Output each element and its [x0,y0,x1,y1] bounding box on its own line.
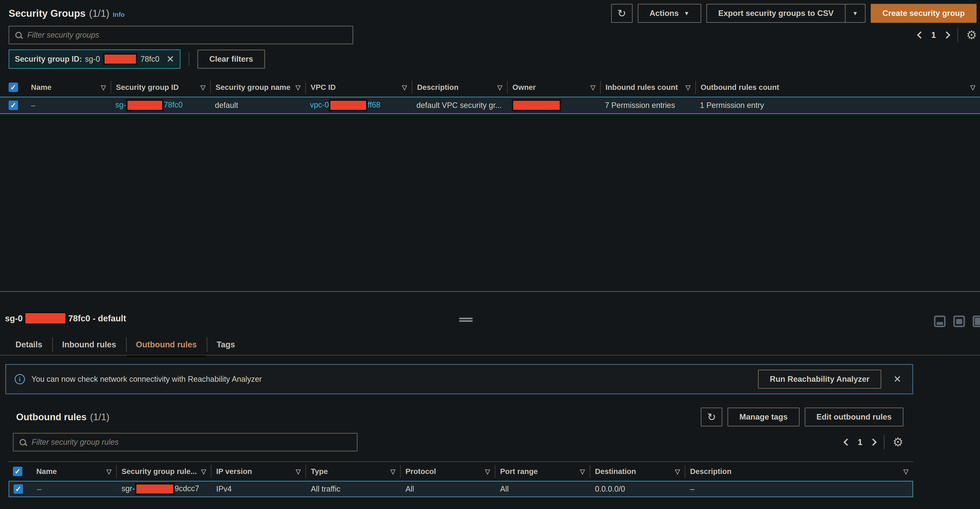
outbound-rules-title: Outbound rules (1/1) [16,412,110,422]
column-filter-icon[interactable]: ▽ [201,468,206,475]
column-filter-icon[interactable]: ▽ [390,468,395,475]
clear-filters-button[interactable]: Clear filters [197,50,265,68]
table-row[interactable]: ✓ – sgr-9cdcc7 IPv4 All traffic All All … [9,481,913,497]
export-csv-dropdown-button[interactable]: ▼ [845,4,865,23]
rules-filter-box [13,433,358,451]
row-select-cell: ✓ [0,101,26,110]
cell-owner [507,99,600,111]
column-header-name[interactable]: Name ▽ [32,465,116,478]
column-filter-icon[interactable]: ▽ [296,468,301,475]
edit-outbound-rules-button[interactable]: Edit outbound rules [805,408,904,427]
column-label: Description [417,83,458,92]
table-row[interactable]: ✓ – sg-78fc0 default vpc-0ff68 default V… [0,97,980,114]
select-all-checkbox[interactable]: ✓ [13,467,22,476]
table-header-row: ✓ Name ▽ Security group rule... ▽ IP ver… [9,462,913,481]
column-header-protocol[interactable]: Protocol ▽ [400,465,495,478]
cell-port-range: All [495,485,590,493]
cell-ip-version: IPv4 [212,485,306,493]
previous-page-icon[interactable] [917,32,924,39]
column-filter-icon[interactable]: ▽ [107,468,111,475]
refresh-button[interactable]: ↻ [701,408,722,427]
create-security-group-button[interactable]: Create security group [871,4,977,23]
column-filter-icon[interactable]: ▽ [296,84,301,91]
manage-tags-button[interactable]: Manage tags [727,408,799,427]
outbound-filter-row: 1 ⚙ [13,433,904,451]
column-label: Description [690,467,732,476]
vpc-id-link[interactable]: vpc-0ff68 [310,100,380,109]
column-filter-icon[interactable]: ▽ [200,84,205,91]
panel-position-full-icon[interactable] [973,316,980,327]
column-header-security-group-name[interactable]: Security group name ▽ [210,81,305,94]
select-all-checkbox[interactable]: ✓ [9,82,18,92]
cell-destination: 0.0.0.0/0 [590,485,685,493]
current-page-number[interactable]: 1 [858,438,862,447]
banner-message: i You can now check network connectivity… [14,374,262,384]
column-label: VPC ID [310,83,336,92]
panel-tabs: Details Inbound rules Outbound rules Tag… [0,335,980,355]
page-header: Security Groups (1/1) Info ↻ Actions ▼ E… [0,0,980,24]
split-panel-position-controls [934,316,980,327]
token-dismiss-icon[interactable]: ✕ [166,54,174,64]
id-prefix: sg- [115,100,126,109]
column-header-type[interactable]: Type ▽ [305,465,400,478]
tab-inbound-rules[interactable]: Inbound rules [52,335,126,355]
security-group-id-filter-token[interactable]: Security group ID: sg-0 78fc0 ✕ [9,49,180,69]
info-link[interactable]: Info [113,11,124,18]
row-checkbox[interactable]: ✓ [14,484,23,494]
previous-page-icon[interactable] [843,439,851,446]
cell-description: default VPC security gr... [412,101,507,110]
banner-close-icon[interactable]: ✕ [893,374,901,384]
tab-details[interactable]: Details [6,335,52,355]
column-filter-icon[interactable]: ▽ [101,84,106,91]
search-icon [19,439,26,446]
caret-down-icon: ▼ [853,11,858,16]
panel-position-bottom-icon[interactable] [934,316,946,327]
refresh-button[interactable]: ↻ [611,4,633,23]
security-group-id-link[interactable]: sg-78fc0 [115,100,183,109]
column-header-outbound-rules-count[interactable]: Outbound rules count ▽ [695,81,980,94]
column-filter-icon[interactable]: ▽ [580,468,585,475]
column-filter-icon[interactable]: ▽ [686,84,690,91]
tab-tags[interactable]: Tags [207,335,245,355]
column-filter-icon[interactable]: ▽ [485,468,490,475]
row-checkbox[interactable]: ✓ [9,101,18,110]
column-label: Destination [595,467,636,476]
cell-protocol: All [401,485,495,493]
current-page-number[interactable]: 1 [931,30,936,40]
actions-button[interactable]: Actions ▼ [638,4,701,23]
check-icon: ✓ [10,101,17,109]
column-header-security-group-rule-id[interactable]: Security group rule... ▽ [116,465,211,478]
export-csv-button[interactable]: Export security groups to CSV [706,4,845,23]
panel-position-side-icon[interactable] [953,316,965,327]
column-filter-icon[interactable]: ▽ [970,84,975,91]
check-icon: ✓ [10,84,17,91]
column-label: Security group name [216,83,290,92]
rules-filter-input[interactable] [32,438,351,447]
column-filter-icon[interactable]: ▽ [675,468,680,475]
column-header-inbound-rules-count[interactable]: Inbound rules count ▽ [600,81,695,94]
next-page-icon[interactable] [869,439,877,446]
column-header-vpc-id[interactable]: VPC ID ▽ [305,81,412,94]
column-label: Name [37,467,57,476]
column-header-destination[interactable]: Destination ▽ [590,465,685,478]
split-panel-drag-handle[interactable] [459,318,473,323]
run-reachability-analyzer-button[interactable]: Run Reachability Analyzer [758,370,881,388]
split-panel: sg-0 78fc0 - default Details Inbound rul… [0,312,980,497]
next-page-icon[interactable] [943,32,950,39]
column-header-security-group-id[interactable]: Security group ID ▽ [111,81,210,94]
tab-outbound-rules[interactable]: Outbound rules [126,335,207,355]
gear-icon[interactable]: ⚙ [892,436,904,448]
column-filter-icon[interactable]: ▽ [590,84,595,91]
id-suffix: 78fc0 [164,100,183,109]
column-filter-icon[interactable]: ▽ [402,84,407,91]
column-header-ip-version[interactable]: IP version ▽ [211,465,305,478]
security-groups-filter-input[interactable] [27,30,347,40]
column-header-port-range[interactable]: Port range ▽ [495,465,590,478]
column-filter-icon[interactable]: ▽ [904,468,908,475]
column-header-name[interactable]: Name ▽ [26,81,111,94]
column-header-description[interactable]: Description ▽ [685,465,913,478]
gear-icon[interactable]: ⚙ [966,29,977,41]
column-filter-icon[interactable]: ▽ [497,84,502,91]
column-header-owner[interactable]: Owner ▽ [507,81,600,94]
column-header-description[interactable]: Description ▽ [412,81,507,94]
